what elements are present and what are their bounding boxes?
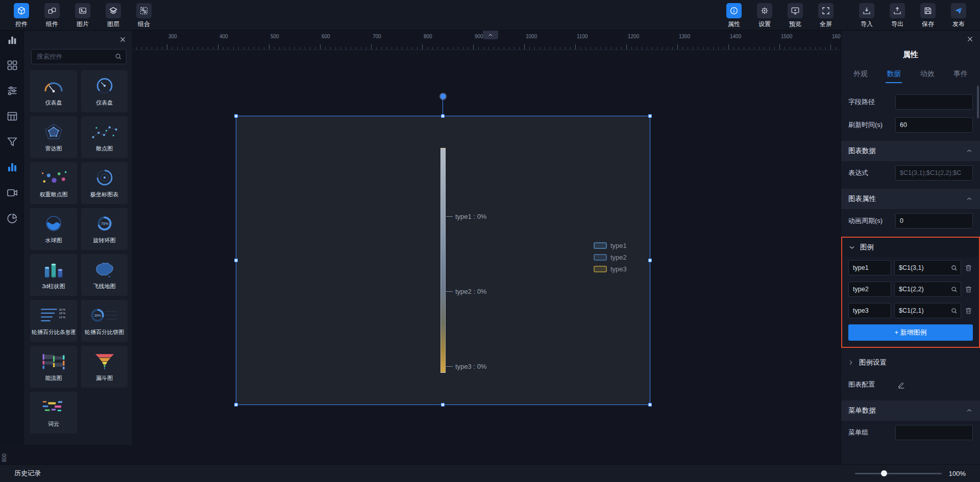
palette-item-polar[interactable]: 极坐标图表 [81,162,128,204]
palette-item-gauge-a[interactable]: 仪表盘 [30,70,77,112]
rail-item-media[interactable] [6,187,18,199]
palette-item-label: 极坐标图表 [90,191,118,198]
chevron-up-icon [966,195,973,202]
collapse-toolbar-button[interactable] [483,31,498,39]
ruler-label: 1500 [781,34,792,39]
field-path-input[interactable] [895,94,973,110]
chart-legend-item[interactable]: type2 [594,253,627,261]
expression-input[interactable] [895,165,973,181]
topbar-item-save[interactable]: 保存 [913,2,943,29]
zoom-slider-thumb[interactable] [881,470,887,476]
topbar-item-controls[interactable]: 控件 [6,2,37,29]
chart-widget[interactable]: type1type2type3 type1 : 0%type2 : 0%type… [236,116,650,404]
palette-item-label: 仪表盘 [45,99,62,107]
rail-item-widgets[interactable] [6,59,18,71]
search-input[interactable] [31,49,127,64]
search-icon[interactable] [950,286,958,293]
rail-item-pies[interactable] [6,212,18,224]
legend-name-input[interactable] [848,260,891,275]
palette-item-pct-bar-carousel[interactable]: 20 %18 %14 %轮播百分比条形图 [30,300,77,342]
rotation-handle[interactable] [440,94,446,99]
legend-expr-field [894,282,961,297]
tab-data[interactable]: 数据 [886,67,902,83]
chevron-up-icon [487,32,494,38]
search-icon[interactable] [950,307,958,315]
resize-handle-bottom[interactable] [441,403,445,407]
legend-name-input[interactable] [848,303,891,318]
palette-item-liquid-fill[interactable]: 水球图 [30,208,77,250]
resize-handle-top-right[interactable] [648,114,652,118]
topbar-item-settings[interactable]: 设置 [749,2,780,29]
tab-appearance[interactable]: 外观 [852,67,869,83]
topbar-item-import[interactable]: 导入 [851,2,882,29]
resize-handle-top[interactable] [441,114,445,118]
palette-item-radar[interactable]: 雷达图 [30,116,77,158]
resize-handle-right[interactable] [648,259,652,262]
topbar-item-layers[interactable]: 图层 [98,2,129,29]
section-legend-settings[interactable]: 图例设置 [841,352,980,373]
topbar-item-images[interactable]: 图片 [67,2,98,29]
animation-period-input[interactable] [895,213,973,229]
section-chart-properties[interactable]: 图表属性 [841,189,980,209]
resize-handle-top-left[interactable] [234,114,238,118]
bar3d-icon [38,260,69,280]
refresh-time-input[interactable] [895,117,973,133]
rail-item-tables[interactable] [6,110,18,122]
chevron-right-icon [847,359,854,366]
palette-item-fly-map[interactable]: 飞线地图 [81,254,128,296]
legend-section-header[interactable]: 图例 [842,238,979,257]
add-legend-button[interactable]: + 新增图例 [848,324,973,341]
menu-group-input[interactable] [895,425,973,440]
topbar-item-label: 发布 [952,20,965,29]
zoom-slider[interactable] [855,473,942,474]
history-button[interactable]: 历史记录 [14,469,41,478]
chart-legend-item[interactable]: type1 [594,242,627,249]
rail-item-funnels[interactable] [6,136,18,148]
palette-item-funnel-chart[interactable]: 漏斗图 [81,346,128,388]
panel-close-icon[interactable] [119,36,127,43]
tab-animation[interactable]: 动效 [919,67,936,83]
topbar-item-components[interactable]: 组件 [37,2,67,29]
refresh-time-row: 刷新时间(s) [841,113,980,136]
canvas[interactable]: 3004005006007008009001000110012001300140… [0,31,980,482]
trash-icon[interactable] [964,264,973,272]
widget-icon [14,3,29,18]
search-icon[interactable] [950,264,958,272]
palette-item-gauge-b[interactable]: 仪表盘 [81,70,128,112]
funnel-chart-icon [89,352,120,371]
palette-item-bar3d[interactable]: 3d柱状图 [30,254,77,296]
section-menu-data[interactable]: 菜单数据 [841,400,980,421]
legend-name-input[interactable] [848,282,891,297]
trash-icon[interactable] [964,285,973,294]
section-chart-data[interactable]: 图表数据 [841,141,980,161]
topbar-item-export[interactable]: 导出 [882,2,913,29]
scrollbar-thumb[interactable] [977,86,979,118]
resize-handle-bottom-right[interactable] [648,403,652,407]
palette-item-scatter[interactable]: 散点图 [81,116,128,158]
topbar-item-properties[interactable]: 属性 [719,2,749,29]
rotation-line [443,99,443,116]
properties-tabs: 外观数据动效事件 [841,67,980,83]
palette-item-rotate-ring[interactable]: 75%旋转环图 [81,208,128,250]
chart-bars-logo-icon[interactable] [7,35,18,46]
panel-close-icon[interactable] [966,35,974,43]
resize-handle-bottom-left[interactable] [234,403,238,407]
topbar-item-group[interactable]: 组合 [129,2,159,29]
rail-item-charts[interactable] [6,161,18,173]
search-icon[interactable] [114,53,122,61]
tab-events[interactable]: 事件 [952,67,969,83]
trash-icon[interactable] [964,307,973,315]
palette-item-weighted-scatter[interactable]: 权重散点图 [30,162,77,204]
topbar-item-fullscreen[interactable]: 全屏 [811,2,841,29]
palette-item-energy-flow[interactable]: 能流图 [30,346,77,388]
resize-handle-left[interactable] [234,259,238,262]
rail-item-filters[interactable] [6,85,18,97]
zoom-control: 100% [855,470,966,477]
ruler-label: 700 [373,34,381,39]
palette-item-wordcloud[interactable]: 词云 [30,392,77,434]
topbar-item-preview[interactable]: 预览 [780,2,811,29]
topbar-item-publish[interactable]: 发布 [943,2,974,29]
edit-icon[interactable] [897,380,905,389]
palette-item-pct-pie-carousel[interactable]: 39%轮播百分比饼图 [81,300,128,342]
chart-legend-item[interactable]: type3 [594,265,627,273]
